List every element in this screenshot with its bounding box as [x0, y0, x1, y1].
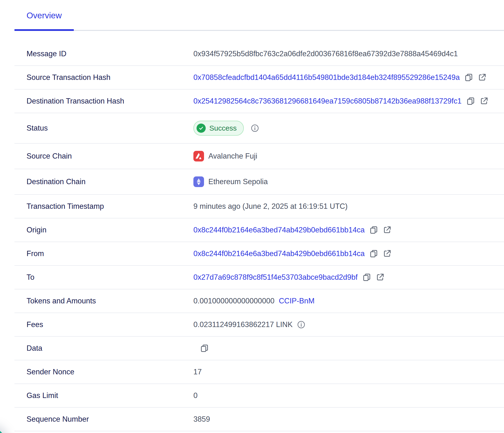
message-id-label: Message ID	[14, 49, 193, 58]
external-link-icon[interactable]	[479, 97, 489, 106]
copy-icon[interactable]	[464, 73, 473, 82]
table-row-message-id: Message ID 0x934f57925b5d8fbc763c2a06dfe…	[14, 42, 504, 66]
token-name-link[interactable]: CCIP-BnM	[279, 297, 315, 305]
to-label: To	[14, 273, 193, 282]
table-row-gas-limit: Gas Limit 0	[14, 384, 504, 408]
table-row-destination-chain: Destination Chain Ethereum Sepolia	[14, 169, 504, 195]
origin-label: Origin	[14, 226, 193, 234]
token-amount: 0.001000000000000000	[193, 297, 274, 305]
timestamp-label: Transaction Timestamp	[14, 202, 193, 211]
source-tx-hash-label: Source Transaction Hash	[14, 73, 193, 82]
sender-nonce-label: Sender Nonce	[14, 368, 193, 376]
copy-icon[interactable]	[466, 97, 475, 106]
data-label: Data	[14, 344, 193, 353]
copy-icon[interactable]	[200, 344, 209, 353]
tab-overview[interactable]: Overview	[14, 1, 74, 30]
tab-bar: Overview	[0, 0, 504, 31]
gas-limit-label: Gas Limit	[14, 391, 193, 400]
ethereum-icon	[193, 176, 204, 187]
source-chain-name: Avalanche Fuji	[208, 152, 257, 160]
table-row-tokens-and-amounts: Tokens and Amounts 0.001000000000000000 …	[14, 289, 504, 313]
table-row-source-tx-hash: Source Transaction Hash 0x70858cfeadcfbd…	[14, 66, 504, 90]
from-label: From	[14, 249, 193, 258]
destination-chain-label: Destination Chain	[14, 177, 193, 186]
timestamp-value: 9 minutes ago (June 2, 2025 at 16:19:51 …	[193, 202, 348, 211]
destination-tx-hash-label: Destination Transaction Hash	[14, 97, 193, 105]
status-label: Status	[14, 124, 193, 132]
table-row-status: Status Success	[14, 113, 504, 144]
table-row-sender-nonce: Sender Nonce 17	[14, 360, 504, 384]
source-tx-hash-link[interactable]: 0x70858cfeadcfbd1404a65dd4116b549801bde3…	[193, 73, 460, 82]
from-address-link[interactable]: 0x8c244f0b2164e6a3bed74ab429b0ebd661bb14…	[193, 249, 365, 258]
gas-limit-value: 0	[193, 391, 198, 400]
to-address-link[interactable]: 0x27d7a69c878f9c8f51f4e53703abce9bacd2d9…	[193, 273, 358, 282]
table-row-to: To 0x27d7a69c878f9c8f51f4e53703abce9bacd…	[14, 266, 504, 289]
info-icon[interactable]	[251, 124, 259, 132]
external-link-icon[interactable]	[382, 249, 392, 258]
sequence-number-value: 3859	[193, 415, 210, 424]
check-icon	[197, 124, 206, 133]
avalanche-icon	[193, 151, 204, 161]
copy-icon[interactable]	[369, 249, 378, 258]
sequence-number-label: Sequence Number	[14, 415, 193, 424]
table-row-from: From 0x8c244f0b2164e6a3bed74ab429b0ebd66…	[14, 242, 504, 266]
external-link-icon[interactable]	[477, 73, 487, 82]
message-id-value: 0x934f57925b5d8fbc763c2a06dfe2d003676816…	[193, 49, 458, 58]
external-link-icon[interactable]	[382, 225, 392, 235]
sender-nonce-value: 17	[193, 368, 202, 376]
external-link-icon[interactable]	[376, 273, 385, 282]
origin-address-link[interactable]: 0x8c244f0b2164e6a3bed74ab429b0ebd661bb14…	[193, 226, 365, 234]
tab-active-indicator	[14, 29, 74, 31]
table-row-data: Data	[14, 337, 504, 360]
table-row-timestamp: Transaction Timestamp 9 minutes ago (Jun…	[14, 195, 504, 218]
table-row-origin: Origin 0x8c244f0b2164e6a3bed74ab429b0ebd…	[14, 218, 504, 242]
table-row-fees: Fees 0.023112499163862217 LINK	[14, 313, 504, 337]
table-row-sequence-number: Sequence Number 3859	[14, 408, 504, 431]
fees-value: 0.023112499163862217 LINK	[193, 320, 293, 329]
copy-icon[interactable]	[369, 225, 378, 235]
destination-tx-hash-link[interactable]: 0x25412982564c8c7363681296681649ea7159c6…	[193, 97, 462, 105]
info-icon[interactable]	[297, 320, 306, 329]
tab-bar-divider	[14, 30, 504, 31]
tokens-and-amounts-label: Tokens and Amounts	[14, 297, 193, 305]
source-chain-label: Source Chain	[14, 152, 193, 160]
table-row-destination-tx-hash: Destination Transaction Hash 0x254129825…	[14, 90, 504, 113]
copy-icon[interactable]	[362, 273, 371, 282]
status-badge: Success	[193, 121, 244, 136]
transaction-details-table: Message ID 0x934f57925b5d8fbc763c2a06dfe…	[0, 42, 504, 431]
status-badge-text: Success	[209, 124, 237, 132]
fees-label: Fees	[14, 320, 193, 329]
destination-chain-name: Ethereum Sepolia	[208, 177, 268, 186]
table-row-source-chain: Source Chain Avalanche Fuji	[14, 144, 504, 169]
